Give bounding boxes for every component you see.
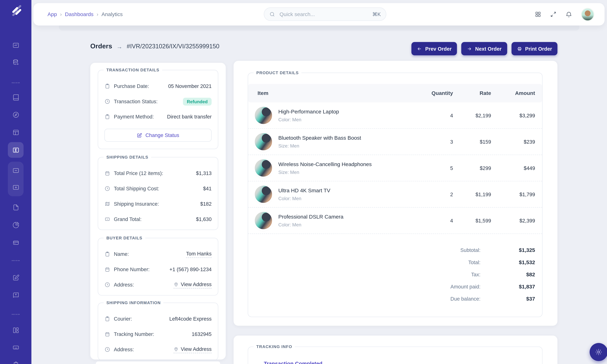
sidebar-item-transactions[interactable] [8,54,23,70]
product-image [255,107,272,124]
order-number: #IVR/20231026/IX/VI/3255999150 [127,43,219,50]
table-row[interactable]: Ultra HD 4K Smart TV Color: Men 2 $1,199… [248,181,542,208]
buyer-name-row: Name: Tom Hanks [105,251,211,258]
tracking-status: Transaction Completed. [248,347,542,364]
buyer-name-link[interactable]: Tom Hanks [186,251,211,258]
page-title: Orders [90,42,112,50]
breadcrumb-separator: › [60,11,62,17]
sidebar-item-layout[interactable] [8,125,23,140]
product-details-card: PRODUCT DETAILS Item Quantity Rate Amoun… [234,61,557,326]
divide-box-icon [12,167,20,174]
table-row[interactable]: Wireless Noise-Cancelling Headphones Siz… [248,155,542,181]
shopping-bag-icon [12,360,20,364]
printer-icon [517,46,522,51]
plus-box-icon [12,183,20,191]
product-image [255,212,272,229]
status-badge: Refunded [183,98,211,105]
map-pin-icon [174,346,179,351]
sidebar-divider [12,82,20,83]
panel-title: TRACKING INFO [254,344,295,349]
view-address-link[interactable]: View Address [174,281,211,288]
book-upload-icon [12,291,20,299]
breadcrumb-dashboards[interactable]: Dashboards [65,11,93,17]
sidebar-item-add[interactable] [8,180,23,195]
transaction-status-row: Transaction Status: Refunded [105,98,211,105]
invoice-database-icon [12,58,20,66]
courier-row: Courier: Left4code Express [105,315,211,322]
map-pin-icon [174,282,179,287]
arrow-right-icon: → [117,43,122,50]
change-status-button[interactable]: Change Status [105,129,211,142]
sidebar-item-board[interactable] [8,323,23,338]
keyboard-icon [12,344,20,351]
sidebar-item-payments[interactable] [8,235,23,250]
transaction-details-panel: TRANSACTION DETAILS Purchase Date: 05 No… [98,70,218,149]
sidebar-item-analytics[interactable] [8,217,23,233]
search-box[interactable]: ⌘K [264,7,386,21]
compose-icon [12,274,20,281]
order-totals: Subtotal: $1,325 Total: $1,532 Tax: $82 … [248,244,542,305]
fullscreen-icon[interactable] [550,11,556,18]
order-info-card: TRANSACTION DETAILS Purchase Date: 05 No… [90,63,226,360]
column-item: Item [248,90,412,96]
shipping-address-row: Address: View Address [105,346,211,353]
arrow-right-icon [467,46,472,51]
column-rate: Rate [453,90,491,96]
panel-title: BUYER DETAILS [104,235,145,240]
edit-pencil-icon [137,132,142,138]
sidebar-item-calculator[interactable] [8,163,23,178]
apps-grid-icon[interactable] [535,11,541,18]
settings-fab-button[interactable] [590,343,607,361]
table-row[interactable]: Bluetooth Speaker with Bass Boost Size: … [248,129,542,155]
total-row: Total: $1,532 [248,256,542,268]
tracking-number-row: Tracking Number: 1632945 [105,331,211,338]
panel-title: SHIPPING DETAILS [104,155,151,159]
breadcrumb: App › Dashboards › Analytics [48,3,123,26]
notifications-bell-icon[interactable] [565,11,572,18]
book-icon [12,93,20,101]
breadcrumb-app[interactable]: App [48,11,57,17]
app-logo-icon[interactable] [10,6,22,18]
breadcrumb-separator: › [97,11,98,17]
sidebar-item-keyboard[interactable] [8,340,23,355]
shipping-insurance-row: Shipping Insurance: $182 [105,201,211,207]
next-order-button[interactable]: Next Order [461,42,507,55]
amount-paid-row: Amount paid: $1,837 [248,281,542,293]
table-row[interactable]: Professional DSLR Camera Color: Men 4 $1… [248,208,542,234]
table-row[interactable]: High-Performance Laptop Color: Men 4 $2,… [248,103,542,129]
sidebar-item-courses[interactable] [8,288,23,303]
prev-order-button[interactable]: Prev Order [411,42,457,55]
view-address-link[interactable]: View Address [174,346,211,353]
panel-title: SHIPPING INFORMATION [104,300,163,305]
sidebar-item-reports-active[interactable] [8,143,23,157]
map-icon [105,201,110,207]
sidebar-item-dashboard[interactable] [8,38,23,52]
sidebar-item-inbox[interactable] [8,90,23,104]
breadcrumb-analytics: Analytics [102,11,123,17]
buyer-details-panel: BUYER DETAILS Name: Tom Hanks Phone Numb… [98,238,218,295]
sidebar-item-compose[interactable] [8,270,23,285]
calendar-icon [105,266,110,272]
sidebar-item-files[interactable] [8,200,23,215]
clock-icon [105,186,110,192]
sidebar-item-shop[interactable] [8,356,23,364]
search-shortcut: ⌘K [372,11,381,17]
tracking-info-card: TRACKING INFO Transaction Completed. [234,336,557,364]
clipboard-icon [105,114,110,120]
payment-method-row: Payment Method: Direct bank transfer [105,113,211,120]
next-card-edge [96,362,220,364]
user-avatar[interactable] [581,8,594,21]
panel-title: PRODUCT DETAILS [254,70,301,75]
print-order-button[interactable]: Print Order [511,42,557,55]
credit-card-icon [12,239,20,246]
tracking-info-panel: TRACKING INFO Transaction Completed. [248,347,542,364]
panel-title: TRANSACTION DETAILS [104,67,162,72]
purchase-date-row: Purchase Date: 05 November 2021 [105,83,211,89]
search-icon [269,11,275,17]
sidebar-item-explore[interactable] [8,107,23,122]
activity-chart-icon [12,41,20,49]
grid-columns-icon [12,326,20,334]
arrow-left-icon [417,46,422,51]
sigma-report-icon [12,146,20,154]
search-input[interactable] [279,11,372,17]
